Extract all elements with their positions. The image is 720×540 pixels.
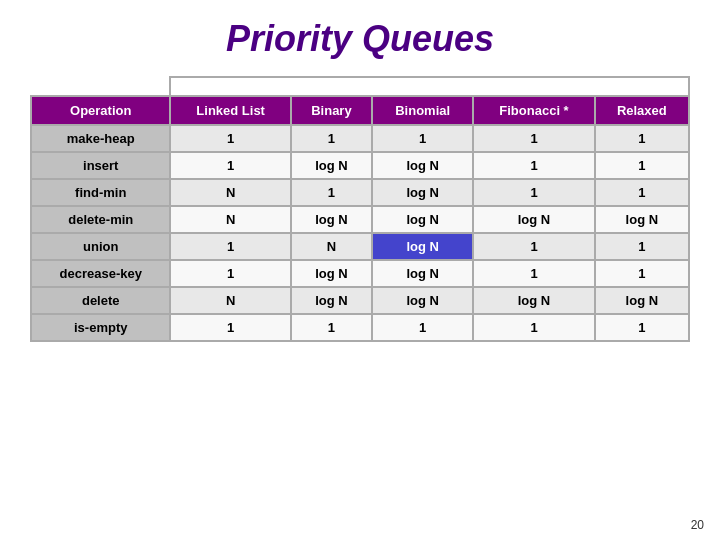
data-cell: 1 (473, 125, 594, 152)
data-cell: 1 (170, 152, 290, 179)
data-cell: 1 (291, 314, 372, 341)
data-cell: log N (372, 206, 473, 233)
data-cell: 1 (595, 152, 689, 179)
corner-empty (31, 77, 170, 96)
data-cell: 1 (372, 314, 473, 341)
table-row: deleteNlog Nlog Nlog Nlog N (31, 287, 689, 314)
data-cell: log N (372, 233, 473, 260)
data-cell: log N (291, 206, 372, 233)
table-row: find-minN1log N11 (31, 179, 689, 206)
data-cell: 1 (170, 233, 290, 260)
data-cell: log N (372, 260, 473, 287)
table-row: is-empty11111 (31, 314, 689, 341)
data-cell: N (170, 287, 290, 314)
operation-cell: find-min (31, 179, 170, 206)
priority-queues-table: Heaps Operation Linked List Binary Binom… (30, 76, 690, 342)
page-number: 20 (691, 518, 704, 532)
operation-cell: make-heap (31, 125, 170, 152)
data-cell: 1 (170, 125, 290, 152)
data-cell: 1 (170, 260, 290, 287)
col-binomial: Binomial (372, 96, 473, 125)
col-operation: Operation (31, 96, 170, 125)
table-row: union1Nlog N11 (31, 233, 689, 260)
col-binary: Binary (291, 96, 372, 125)
data-cell: 1 (473, 179, 594, 206)
data-cell: 1 (291, 125, 372, 152)
data-cell: 1 (595, 179, 689, 206)
data-cell: 1 (473, 152, 594, 179)
table-container: Heaps Operation Linked List Binary Binom… (0, 76, 720, 342)
data-cell: 1 (291, 179, 372, 206)
table-row: decrease-key1log Nlog N11 (31, 260, 689, 287)
col-relaxed: Relaxed (595, 96, 689, 125)
heaps-header-row: Heaps (31, 77, 689, 96)
table-body: make-heap11111insert1log Nlog N11find-mi… (31, 125, 689, 341)
operation-cell: decrease-key (31, 260, 170, 287)
heaps-header: Heaps (170, 77, 689, 96)
data-cell: 1 (372, 125, 473, 152)
operation-cell: union (31, 233, 170, 260)
operation-cell: delete (31, 287, 170, 314)
data-cell: 1 (595, 314, 689, 341)
data-cell: log N (595, 287, 689, 314)
data-cell: log N (372, 287, 473, 314)
operation-cell: is-empty (31, 314, 170, 341)
table-row: delete-minNlog Nlog Nlog Nlog N (31, 206, 689, 233)
col-fibonacci: Fibonacci * (473, 96, 594, 125)
data-cell: 1 (595, 260, 689, 287)
data-cell: log N (473, 287, 594, 314)
data-cell: log N (291, 260, 372, 287)
data-cell: 1 (595, 233, 689, 260)
data-cell: log N (372, 152, 473, 179)
data-cell: 1 (595, 125, 689, 152)
data-cell: log N (372, 179, 473, 206)
data-cell: 1 (473, 260, 594, 287)
operation-cell: insert (31, 152, 170, 179)
col-linked-list: Linked List (170, 96, 290, 125)
table-row: make-heap11111 (31, 125, 689, 152)
data-cell: 1 (170, 314, 290, 341)
data-cell: 1 (473, 233, 594, 260)
data-cell: log N (291, 152, 372, 179)
data-cell: log N (595, 206, 689, 233)
column-header-row: Operation Linked List Binary Binomial Fi… (31, 96, 689, 125)
data-cell: log N (473, 206, 594, 233)
operation-cell: delete-min (31, 206, 170, 233)
table-row: insert1log Nlog N11 (31, 152, 689, 179)
data-cell: N (170, 206, 290, 233)
data-cell: log N (291, 287, 372, 314)
data-cell: 1 (473, 314, 594, 341)
data-cell: N (170, 179, 290, 206)
page-title: Priority Queues (0, 0, 720, 76)
data-cell: N (291, 233, 372, 260)
